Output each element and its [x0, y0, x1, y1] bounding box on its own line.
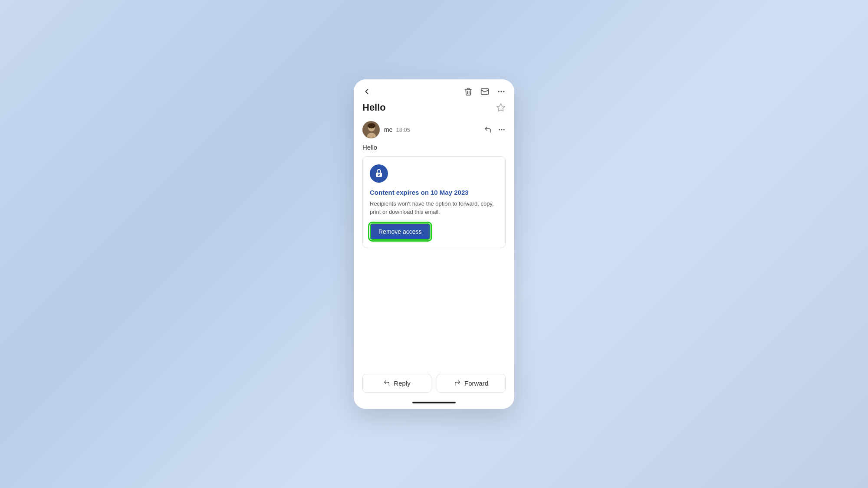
svg-point-8 [368, 123, 375, 128]
back-button[interactable] [362, 87, 371, 96]
expiry-description: Recipients won't have the option to forw… [370, 200, 498, 216]
top-bar-actions [464, 87, 506, 96]
svg-point-3 [503, 91, 504, 92]
message-more-button[interactable] [498, 126, 506, 134]
sender-name-time: me 18:05 [384, 126, 480, 133]
phone-frame: Hello me [354, 79, 514, 409]
sender-row: me 18:05 [354, 118, 514, 142]
svg-marker-4 [497, 103, 505, 111]
reply-icon-button[interactable] [484, 126, 492, 134]
star-button[interactable] [496, 103, 506, 112]
svg-point-2 [500, 91, 502, 92]
svg-point-11 [503, 129, 505, 130]
expiry-card: Content expires on 10 May 2023 Recipient… [362, 156, 506, 248]
reply-button[interactable]: Reply [362, 374, 431, 393]
expiry-title: Content expires on 10 May 2023 [370, 189, 498, 196]
reply-button-label: Reply [394, 380, 410, 387]
svg-point-1 [498, 91, 500, 92]
more-options-button[interactable] [497, 87, 506, 96]
delete-button[interactable] [464, 87, 473, 96]
email-body-spacer [354, 253, 514, 370]
avatar [362, 121, 380, 138]
email-body: Hello [354, 142, 514, 156]
svg-line-15 [379, 175, 379, 175]
email-body-text: Hello [362, 144, 506, 151]
reply-button-icon [383, 380, 390, 386]
top-bar-left [362, 87, 371, 96]
home-bar [412, 402, 456, 403]
forward-button-icon [454, 380, 461, 386]
remove-access-button[interactable]: Remove access [370, 223, 431, 240]
avatar-image [363, 121, 379, 138]
expiry-clock-icon [374, 168, 384, 179]
subject-row: Hello [354, 100, 514, 118]
expiry-icon-wrap [370, 164, 388, 183]
sender-time: 18:05 [396, 127, 410, 133]
forward-button-label: Forward [464, 380, 488, 387]
forward-button[interactable]: Forward [437, 374, 506, 393]
email-subject: Hello [362, 102, 386, 113]
mail-button[interactable] [480, 87, 489, 96]
bottom-actions: Reply Forward [354, 370, 514, 399]
sender-actions [484, 126, 506, 134]
home-indicator [354, 399, 514, 409]
sender-info: me 18:05 [384, 126, 480, 133]
sender-name: me [384, 126, 392, 133]
svg-point-9 [499, 129, 500, 130]
top-bar [354, 79, 514, 100]
svg-point-10 [501, 129, 503, 130]
